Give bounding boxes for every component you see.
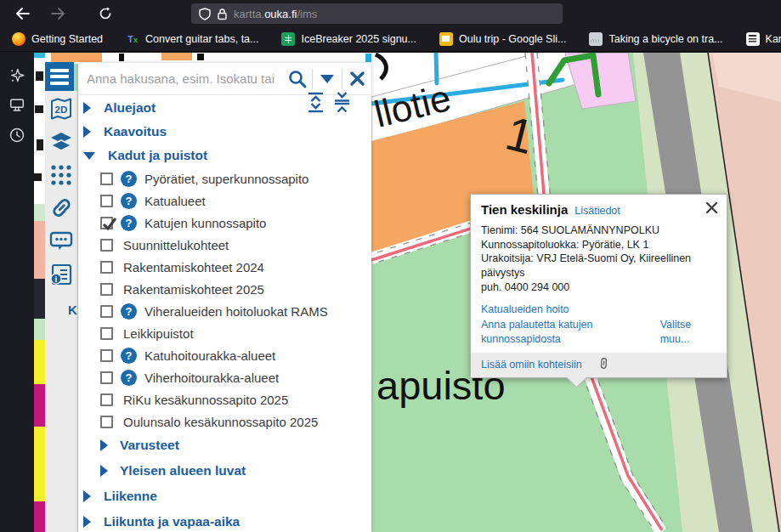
search-input[interactable] <box>78 71 283 86</box>
layer-checkbox[interactable] <box>100 371 113 384</box>
layer-checkbox[interactable] <box>100 416 113 428</box>
map-left-strip <box>34 53 45 532</box>
bookmark-getting-started[interactable]: Getting Started <box>12 32 103 46</box>
tab-converter-icon: Tx <box>126 32 139 46</box>
chevron-right-icon <box>83 102 91 114</box>
layer-checkbox[interactable] <box>100 217 113 229</box>
layer-row[interactable]: ?Suunnittelukohteet <box>78 234 371 256</box>
maintenance-class: Kunnossapitoluokka: Pyörätie, LK 1 <box>481 238 716 252</box>
layer-checkbox[interactable] <box>100 349 113 362</box>
ai-chat-icon[interactable] <box>8 66 26 85</box>
layer-panel: Aluejaot Kaavoitus Kadut ja puistot ?Pyö… <box>78 63 371 532</box>
document-icon <box>746 32 760 46</box>
bookmark-oulu-trip[interactable]: Oulu trip - Google Sli... <box>439 32 566 46</box>
svg-text:2D: 2D <box>55 104 68 114</box>
help-icon[interactable]: ? <box>121 193 137 209</box>
phone: puh. 0400 294 000 <box>481 280 716 295</box>
layer-row[interactable]: ?Leikkipuistot <box>78 322 371 344</box>
photo-icon <box>589 32 603 46</box>
layer-row[interactable]: ?Viheralueiden hoitoluokat RAMS <box>78 300 371 322</box>
help-icon[interactable]: ? <box>121 303 137 320</box>
forward-icon[interactable] <box>46 3 70 24</box>
layer-checkbox[interactable] <box>100 283 113 296</box>
chevron-right-icon <box>83 490 91 502</box>
expand-all-icon[interactable] <box>306 91 325 116</box>
bookmark-karttapaikka[interactable]: Karttapaikka - Maanm... <box>746 32 781 46</box>
chevron-right-icon <box>83 126 91 138</box>
menu-button[interactable] <box>45 62 74 91</box>
help-icon[interactable]: ? <box>121 215 137 231</box>
map-label-partial: K <box>68 303 77 317</box>
feedback-link[interactable]: Anna palautetta katujen kunnossapidosta <box>481 318 654 348</box>
bookmark-bicycle[interactable]: Taking a bicycle on tra... <box>589 32 722 46</box>
category-kadut-ja-puistot[interactable]: Kadut ja puistot <box>78 144 371 167</box>
shield-icon <box>199 8 211 20</box>
bookmark-guitar-tabs[interactable]: Tx Convert guitar tabs, ta... <box>126 32 258 46</box>
chevron-down-icon <box>83 152 95 160</box>
contractor: Urakoitsija: VRJ Etelä-Suomi Oy, Kiireel… <box>481 252 716 280</box>
layer-row[interactable]: ?Katualueet <box>78 190 371 212</box>
street-care-link[interactable]: Katualueiden hoito <box>481 303 569 315</box>
layer-row[interactable]: ?Katuhoitourakka-alueet <box>78 344 371 366</box>
layer-checkbox[interactable] <box>100 327 113 340</box>
layer-checkbox[interactable] <box>100 173 113 185</box>
category-kaavoitus[interactable]: Kaavoitus <box>78 120 371 144</box>
link-icon <box>597 357 610 372</box>
close-popup-icon[interactable] <box>705 201 719 215</box>
url-text: kartta.ouka.fi/ims <box>234 8 317 20</box>
search-options-dropdown-icon[interactable] <box>313 66 342 92</box>
slides-icon <box>439 32 453 46</box>
add-to-my-places-link[interactable]: Lisää omiin kohteisiin <box>481 359 582 371</box>
back-icon[interactable] <box>10 3 34 24</box>
lock-icon <box>217 8 228 20</box>
layer-row[interactable]: ?Rakentamiskohteet 2025 <box>78 278 371 300</box>
layer-row[interactable]: ?Katujen kunnossapito <box>78 212 371 234</box>
reload-icon[interactable] <box>93 3 117 24</box>
more-info-link[interactable]: Lisätiedot <box>574 205 620 217</box>
svg-text:i: i <box>55 275 58 284</box>
help-icon[interactable]: ? <box>121 171 137 187</box>
close-panel-icon[interactable] <box>342 66 371 92</box>
feature-info-popup: Tien keskilinja Lisätiedot Tienimi: 564 … <box>470 194 727 378</box>
chevron-right-icon <box>100 439 108 451</box>
layer-checkbox[interactable] <box>100 305 113 318</box>
subcategory-yleisen-alueen-luvat[interactable]: Yleisen alueen luvat <box>78 458 371 484</box>
apps-grid-icon[interactable] <box>48 161 75 188</box>
road-name: Tienimi: 564 SUOLAMÄNNYNPOLKU <box>481 224 716 238</box>
link-icon[interactable] <box>48 195 75 221</box>
firefox-sidebar <box>0 53 34 532</box>
chevron-right-icon <box>83 516 91 528</box>
search-icon[interactable] <box>283 66 312 92</box>
category-liikunta-ja-vapaa-aika[interactable]: Liikunta ja vapaa-aika <box>78 509 371 532</box>
legend-icon[interactable]: i <box>48 261 75 287</box>
history-icon[interactable] <box>8 126 26 144</box>
help-icon[interactable]: ? <box>121 370 137 386</box>
layers-icon[interactable] <box>48 128 75 155</box>
browser-toolbar: kartta.ouka.fi/ims <box>0 0 781 26</box>
layer-row[interactable]: ?Viherhoitourakka-alueet <box>78 366 371 388</box>
layer-checkbox[interactable] <box>100 195 113 207</box>
2d-map-icon[interactable]: 2D <box>48 95 75 122</box>
popup-title: Tien keskilinja <box>481 202 568 217</box>
chevron-right-icon <box>100 465 108 477</box>
help-icon[interactable]: ? <box>121 348 137 364</box>
layer-row[interactable]: ?Oulunsalo kesäkunnossapito 2025 <box>78 410 371 433</box>
layer-row[interactable]: ?Rakentamiskohteet 2024 <box>78 256 371 278</box>
layer-checkbox[interactable] <box>100 261 113 274</box>
synced-tabs-icon[interactable] <box>8 96 26 115</box>
layer-row[interactable]: ?Pyörätiet, superkunnossapito <box>78 167 371 190</box>
feedback-icon[interactable] <box>48 228 75 254</box>
bookmarks-bar: Getting Started Tx Convert guitar tabs, … <box>0 26 781 52</box>
url-bar[interactable]: kartta.ouka.fi/ims <box>191 3 563 24</box>
popup-body: Tienimi: 564 SUOLAMÄNNYNPOLKU Kunnossapi… <box>471 222 727 294</box>
collapse-all-icon[interactable] <box>332 91 352 116</box>
layer-row[interactable]: ?RiKu kesäkunnossapito 2025 <box>78 388 371 410</box>
firefox-icon <box>12 32 25 46</box>
select-other-link[interactable]: Valitse muu... <box>660 318 716 348</box>
category-liikenne[interactable]: Liikenne <box>78 484 371 509</box>
layer-checkbox[interactable] <box>100 393 113 406</box>
layer-checkbox[interactable] <box>100 239 113 252</box>
bookmark-icebreaker[interactable]: IceBreaker 2025 signu... <box>281 32 416 46</box>
subcategory-varusteet[interactable]: Varusteet <box>78 433 371 458</box>
layer-tree: Aluejaot Kaavoitus Kadut ja puistot ?Pyö… <box>78 95 371 532</box>
